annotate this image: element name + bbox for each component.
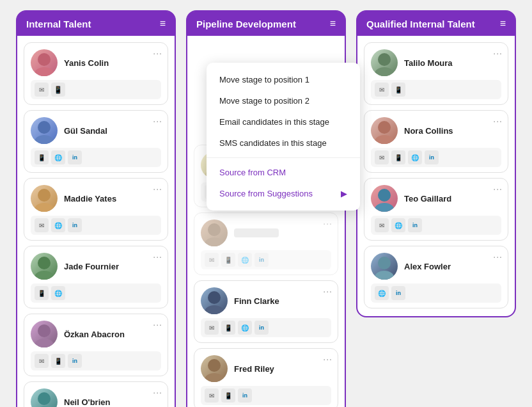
avatar-pipeline-2 xyxy=(201,219,228,246)
card-dots[interactable]: ··· xyxy=(493,48,503,58)
card-dots[interactable]: ··· xyxy=(153,48,162,58)
card-dots[interactable]: ··· xyxy=(153,387,162,397)
linkedin-icon[interactable]: in xyxy=(408,218,422,232)
column-menu-icon-internal-talent[interactable]: ≡ xyxy=(160,18,166,29)
phone-icon[interactable]: 📱 xyxy=(221,388,235,403)
menu-item-source-crm[interactable]: Source from CRM xyxy=(207,162,360,183)
column-menu-icon-pipeline-development[interactable]: ≡ xyxy=(330,18,336,29)
svg-point-1 xyxy=(35,67,54,76)
phone-icon[interactable]: 📱 xyxy=(221,321,235,335)
mail-icon[interactable]: ✉ xyxy=(35,354,49,368)
globe-icon[interactable]: 🌐 xyxy=(51,218,65,232)
column-title-pipeline-development: Pipeline Development xyxy=(196,19,296,29)
card-icons-nora-collins: ✉ 📱 🌐 in xyxy=(371,148,501,167)
phone-icon[interactable]: 📱 xyxy=(221,253,235,267)
menu-item-email[interactable]: Email candidates in this stage xyxy=(207,111,360,132)
phone-icon[interactable]: 📱 xyxy=(51,354,65,368)
card-alex-fowler: ··· Alex Fowler 🌐 in xyxy=(364,246,508,308)
linkedin-icon[interactable]: in xyxy=(254,321,269,335)
svg-point-5 xyxy=(35,203,54,212)
mail-icon[interactable]: ✉ xyxy=(375,83,389,97)
mail-icon[interactable]: ✉ xyxy=(375,150,389,164)
menu-item-move-1[interactable]: Move stage to position 1 xyxy=(207,69,360,90)
card-yanis-colin: ··· Yanis Colin ✉ 📱 xyxy=(24,42,168,105)
menu-item-sms[interactable]: SMS candidates in this stage xyxy=(207,132,360,154)
mail-icon[interactable]: ✉ xyxy=(205,253,219,267)
card-icons-pipeline-2: ✉ 📱 🌐 in xyxy=(201,250,331,269)
card-dots[interactable]: ··· xyxy=(323,354,332,364)
linkedin-icon[interactable]: in xyxy=(254,253,269,267)
card-dots[interactable]: ··· xyxy=(493,184,503,194)
phone-icon[interactable]: 📱 xyxy=(391,150,405,164)
linkedin-icon[interactable]: in xyxy=(68,150,82,164)
card-finn-clarke: ··· Finn Clarke ✉ 📱 🌐 in xyxy=(194,280,338,343)
submenu-arrow-icon: ▶ xyxy=(341,189,347,198)
card-dots[interactable]: ··· xyxy=(493,116,503,126)
card-name-alex-fowler: Alex Fowler xyxy=(404,262,451,271)
globe-icon[interactable]: 🌐 xyxy=(375,286,389,300)
menu-item-move-2[interactable]: Move stage to position 2 xyxy=(207,90,360,111)
svg-point-21 xyxy=(375,67,394,76)
linkedin-icon[interactable]: in xyxy=(425,150,439,164)
card-fred-riley: ··· Fred Riley ✉ 📱 in xyxy=(194,348,338,407)
phone-icon[interactable]: 📱 xyxy=(51,83,65,97)
phone-icon[interactable]: 📱 xyxy=(35,150,49,164)
avatar-jade-fournier xyxy=(31,253,58,280)
card-icons-talilo-moura: ✉ 📱 xyxy=(371,80,501,99)
card-top: Maddie Yates xyxy=(31,185,161,212)
svg-point-23 xyxy=(375,135,394,144)
card-name-gul-sandal: Gül Sandal xyxy=(64,126,107,136)
globe-icon[interactable]: 🌐 xyxy=(408,150,422,164)
globe-icon[interactable]: 🌐 xyxy=(391,218,405,232)
mail-icon[interactable]: ✉ xyxy=(35,218,49,232)
card-dots[interactable]: ··· xyxy=(153,184,162,194)
card-dots[interactable]: ··· xyxy=(493,251,503,262)
mail-icon[interactable]: ✉ xyxy=(205,321,219,335)
linkedin-icon[interactable]: in xyxy=(68,218,82,232)
card-icons-teo-gaillard: ✉ 🌐 in xyxy=(371,216,501,235)
mail-icon[interactable]: ✉ xyxy=(375,218,389,232)
phone-icon[interactable]: 📱 xyxy=(35,286,49,300)
column-qualified-internal-talent: Qualified Internal Talent ≡ ··· Talilo M… xyxy=(356,10,516,317)
globe-icon[interactable]: 🌐 xyxy=(51,150,65,164)
card-name-neil-obrien: Neil O'brien xyxy=(64,397,110,407)
svg-point-24 xyxy=(378,189,391,202)
card-dots[interactable]: ··· xyxy=(323,218,332,228)
card-name-talilo-moura: Talilo Moura xyxy=(404,58,453,68)
card-gul-sandal: ··· Gül Sandal 📱 🌐 in xyxy=(24,110,168,173)
card-dots[interactable]: ··· xyxy=(153,319,162,330)
avatar-teo-gaillard xyxy=(371,185,398,212)
card-top: Fred Riley xyxy=(201,355,331,382)
avatar-nora-collins xyxy=(371,117,398,144)
column-title-qualified-internal-talent: Qualified Internal Talent xyxy=(366,19,475,29)
svg-point-27 xyxy=(375,271,394,280)
card-dots[interactable]: ··· xyxy=(153,116,162,126)
globe-icon[interactable]: 🌐 xyxy=(238,253,252,267)
column-menu-icon-qualified-internal-talent[interactable]: ≡ xyxy=(500,18,506,29)
avatar-alex-fowler xyxy=(371,253,398,280)
card-talilo-moura: ··· Talilo Moura ✉ 📱 xyxy=(364,42,508,105)
phone-icon[interactable]: 📱 xyxy=(391,83,405,97)
avatar-maddie-yates xyxy=(31,185,58,212)
card-top: Alex Fowler xyxy=(371,253,501,280)
linkedin-icon[interactable]: in xyxy=(238,388,252,403)
menu-item-source-suggestions[interactable]: Source from Suggestions ▶ xyxy=(207,183,360,204)
avatar-fred-riley xyxy=(201,355,228,382)
column-header-pipeline-development: Pipeline Development ≡ xyxy=(187,12,345,36)
globe-icon[interactable]: 🌐 xyxy=(51,286,65,300)
svg-point-4 xyxy=(38,189,51,202)
card-icons-alex-fowler: 🌐 in xyxy=(371,283,501,303)
card-name-pipeline-2 xyxy=(234,228,279,237)
card-ozkan-abacron: ··· Özkan Abacron ✉ 📱 in xyxy=(24,314,168,376)
svg-point-19 xyxy=(205,373,224,382)
card-dots[interactable]: ··· xyxy=(153,251,162,262)
cards-list-internal-talent: ··· Yanis Colin ✉ 📱 ··· xyxy=(17,36,175,407)
linkedin-icon[interactable]: in xyxy=(68,354,82,368)
svg-point-22 xyxy=(378,121,391,134)
globe-icon[interactable]: 🌐 xyxy=(238,321,252,335)
mail-icon[interactable]: ✉ xyxy=(205,388,219,403)
mail-icon[interactable]: ✉ xyxy=(35,83,49,97)
card-dots[interactable]: ··· xyxy=(323,286,332,296)
linkedin-icon[interactable]: in xyxy=(391,286,405,300)
card-name-jade-fournier: Jade Fournier xyxy=(64,262,119,271)
